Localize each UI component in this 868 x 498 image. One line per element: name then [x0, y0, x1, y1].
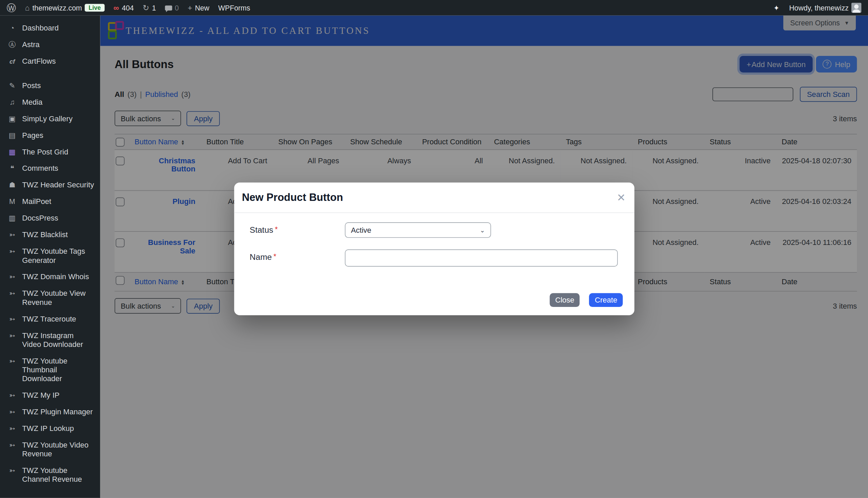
- sidebar-item-twz-plugin-manager[interactable]: ➳TWZ Plugin Manager: [0, 404, 100, 420]
- sidebar-item-label: DocsPress: [22, 214, 58, 223]
- update-icon: ↻: [143, 4, 149, 12]
- wordpress-admin-screen: Ⓦ ⌂ themewizz.com Live ∞ 404 ↻ 1 0 + New…: [0, 0, 868, 498]
- sidebar-item-docspress[interactable]: ▥DocsPress: [0, 210, 100, 227]
- sidebar-item-label: TWZ IP Lookup: [22, 424, 74, 433]
- status-select-value: Active: [351, 226, 371, 234]
- sidebar-item-pages[interactable]: ▤Pages: [0, 127, 100, 144]
- sidebar-item-label: TWZ Youtube Tags Generator: [22, 247, 94, 265]
- sidebar-item-label: SimpLy Gallery: [22, 115, 73, 123]
- name-field-label: Name*: [250, 249, 345, 267]
- sidebar-item-label: TWZ My IP: [22, 391, 59, 400]
- updates-count: 1: [152, 4, 156, 12]
- sidebar-item-label: TWZ Youtube View Revenue: [22, 289, 94, 307]
- sidebar-item-media[interactable]: ♫Media: [0, 94, 100, 111]
- sidebar-item-simply-gallery[interactable]: ▣SimpLy Gallery: [0, 111, 100, 127]
- new-content-menu[interactable]: + New: [188, 4, 209, 12]
- sidebar-item-label: MailPoet: [22, 197, 51, 206]
- sidebar-item-label: TWZ Traceroute: [22, 315, 76, 324]
- comments-menu[interactable]: 0: [165, 4, 179, 12]
- status-select[interactable]: Active ⌄: [345, 222, 491, 238]
- twz-plugin-icon: ➳: [8, 466, 17, 475]
- sidebar-item-label: TWZ Instagram Video Downloader: [22, 331, 94, 349]
- twz-plugin-icon: ➳: [8, 408, 17, 416]
- account-menu[interactable]: Howdy, themewizz: [789, 3, 861, 13]
- site-name: themewizz.com: [32, 4, 82, 12]
- sidebar-item-label: Pages: [22, 131, 43, 140]
- twz-plugin-icon: ➳: [8, 231, 17, 239]
- create-button[interactable]: Create: [589, 293, 623, 307]
- new-product-button-modal: New Product Button ✕ Status* Active ⌄ Na…: [234, 183, 634, 315]
- modal-title: New Product Button: [242, 192, 343, 204]
- sidebar-item-twz-ip-lookup[interactable]: ➳TWZ IP Lookup: [0, 420, 100, 437]
- wordpress-menu[interactable]: Ⓦ: [7, 3, 16, 13]
- howdy-label: Howdy, themewizz: [789, 4, 849, 12]
- sidebar-item-label: Posts: [22, 81, 41, 90]
- admin-bar: Ⓦ ⌂ themewizz.com Live ∞ 404 ↻ 1 0 + New…: [0, 0, 868, 16]
- twz-plugin-icon: ➳: [8, 441, 17, 449]
- sidebar-item-mailpoet[interactable]: MMailPoet: [0, 194, 100, 210]
- sidebar-item-dashboard[interactable]: ◔Dashboard: [0, 20, 100, 37]
- close-icon[interactable]: ✕: [617, 192, 626, 202]
- sidebar-item-twz-domain-whois[interactable]: ➳TWZ Domain Whois: [0, 268, 100, 285]
- media-icon: ♫: [8, 98, 17, 107]
- sidebar-item-twz-my-ip[interactable]: ➳TWZ My IP: [0, 387, 100, 404]
- wpforms-menu[interactable]: WPForms: [218, 4, 250, 12]
- sidebar-item-twz-traceroute[interactable]: ➳TWZ Traceroute: [0, 311, 100, 328]
- comment-bubble-icon: [165, 5, 172, 11]
- sidebar-item-cartflows[interactable]: cfCartFlows: [0, 53, 100, 70]
- sidebar-item-label: CartFlows: [22, 57, 55, 66]
- sidebar-item-astra[interactable]: ⒶAstra: [0, 37, 100, 53]
- sidebar-item-posts[interactable]: ✎Posts: [0, 78, 100, 94]
- twz-plugin-icon: ➳: [8, 424, 17, 433]
- twz-plugin-icon: ➳: [8, 273, 17, 281]
- name-input[interactable]: [345, 249, 618, 267]
- broken-links-count: 404: [122, 4, 133, 12]
- broken-links-menu[interactable]: ∞ 404: [114, 3, 134, 12]
- status-field-label: Status*: [250, 222, 345, 238]
- gallery-icon: ▣: [8, 115, 17, 123]
- sidebar-item-label: The Post Grid: [22, 148, 68, 157]
- chevron-down-icon: ⌄: [480, 227, 485, 234]
- dashboard-icon: ◔: [8, 24, 17, 32]
- wpforms-label: WPForms: [218, 4, 250, 12]
- mailpoet-icon: M: [8, 197, 17, 206]
- sidebar-item-label: TWZ Blacklist: [22, 231, 68, 239]
- twz-plugin-icon: ➳: [8, 315, 17, 324]
- twz-plugin-icon: ➳: [8, 391, 17, 400]
- twz-plugin-icon: ➳: [8, 357, 17, 366]
- new-label: New: [195, 4, 209, 12]
- sidebar-item-label: Astra: [22, 40, 39, 49]
- sidebar-item-twz-youtube-video-revenue[interactable]: ➳TWZ Youtube Video Revenue: [0, 437, 100, 462]
- sidebar-item-twz-youtube-tags-generator[interactable]: ➳TWZ Youtube Tags Generator: [0, 243, 100, 268]
- required-asterisk: *: [273, 252, 276, 260]
- sidebar-item-twz-blacklist[interactable]: ➳TWZ Blacklist: [0, 227, 100, 243]
- wordpress-logo-icon: Ⓦ: [7, 3, 16, 13]
- posts-icon: ✎: [8, 81, 17, 90]
- live-badge: Live: [85, 4, 105, 12]
- required-asterisk: *: [275, 225, 278, 233]
- home-icon: ⌂: [25, 4, 29, 12]
- sidebar-item-twz-header-security[interactable]: ☗TWZ Header Security: [0, 177, 100, 194]
- shield-icon: ☗: [8, 181, 17, 190]
- sidebar-item-label: Media: [22, 98, 42, 107]
- sidebar-item-comments[interactable]: ❝Comments: [0, 160, 100, 177]
- sidebar-menu: ◔DashboardⒶAstracfCartFlows✎Posts♫Media▣…: [0, 16, 100, 498]
- plus-icon: +: [188, 4, 192, 12]
- close-button[interactable]: Close: [550, 293, 580, 307]
- site-link[interactable]: ⌂ themewizz.com Live: [25, 4, 104, 12]
- twz-plugin-icon: ➳: [8, 247, 17, 256]
- sidebar-item-twz-instagram-video-downloader[interactable]: ➳TWZ Instagram Video Downloader: [0, 328, 100, 353]
- comments-icon: ❝: [8, 164, 17, 173]
- sidebar-item-label: TWZ Youtube Channel Revenue: [22, 466, 94, 484]
- sparkle-icon[interactable]: ✦: [771, 4, 781, 12]
- sidebar-item-twz-youtube-channel-revenue[interactable]: ➳TWZ Youtube Channel Revenue: [0, 462, 100, 488]
- sidebar-item-label: TWZ Youtube Thumbnail Downloader: [22, 357, 94, 383]
- sidebar-item-label: TWZ Plugin Manager: [22, 408, 92, 416]
- sidebar-item-the-post-grid[interactable]: ▦The Post Grid: [0, 144, 100, 160]
- sidebar-item-twz-youtube-thumbnail-downloader[interactable]: ➳TWZ Youtube Thumbnail Downloader: [0, 353, 100, 387]
- updates-menu[interactable]: ↻ 1: [143, 4, 156, 12]
- sidebar-item-twz-youtube-view-revenue[interactable]: ➳TWZ Youtube View Revenue: [0, 285, 100, 311]
- cartflows-icon: cf: [8, 57, 17, 66]
- astra-icon: Ⓐ: [8, 40, 17, 49]
- sidebar-item-label: TWZ Domain Whois: [22, 273, 89, 281]
